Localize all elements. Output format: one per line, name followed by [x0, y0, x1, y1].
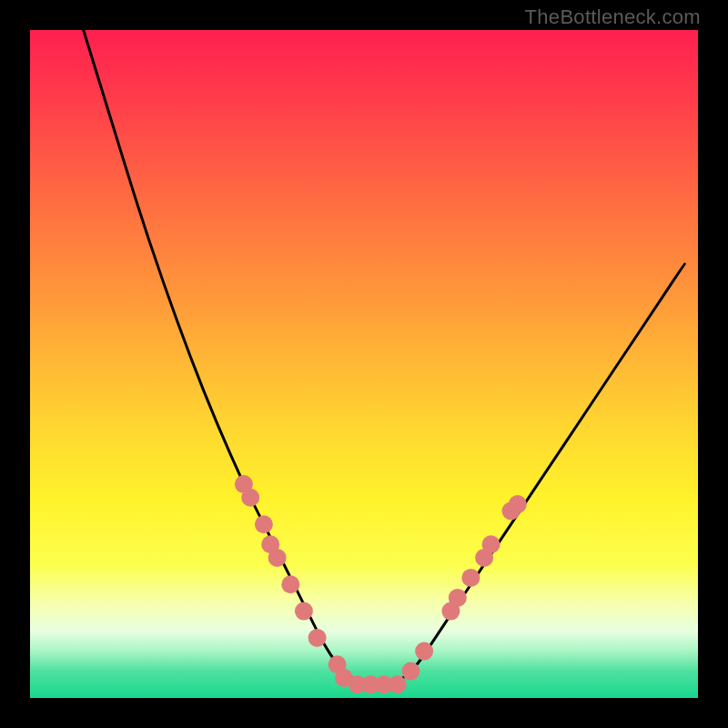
svg-point-6	[295, 602, 313, 621]
svg-point-4	[268, 549, 287, 567]
highlight-markers	[235, 475, 527, 693]
svg-point-20	[482, 535, 500, 553]
svg-point-5	[281, 575, 299, 593]
plot-area	[30, 30, 698, 698]
svg-point-2	[255, 515, 273, 533]
curve-layer	[30, 30, 698, 698]
svg-point-15	[415, 642, 433, 661]
svg-point-22	[509, 495, 527, 513]
attribution-text: TheBottleneck.com	[525, 5, 701, 29]
svg-point-1	[241, 489, 259, 507]
svg-point-7	[308, 629, 327, 647]
bottleneck-curve	[84, 30, 685, 684]
svg-point-18	[461, 569, 480, 587]
svg-point-14	[401, 662, 420, 681]
svg-point-13	[389, 675, 407, 693]
svg-point-17	[449, 589, 467, 607]
